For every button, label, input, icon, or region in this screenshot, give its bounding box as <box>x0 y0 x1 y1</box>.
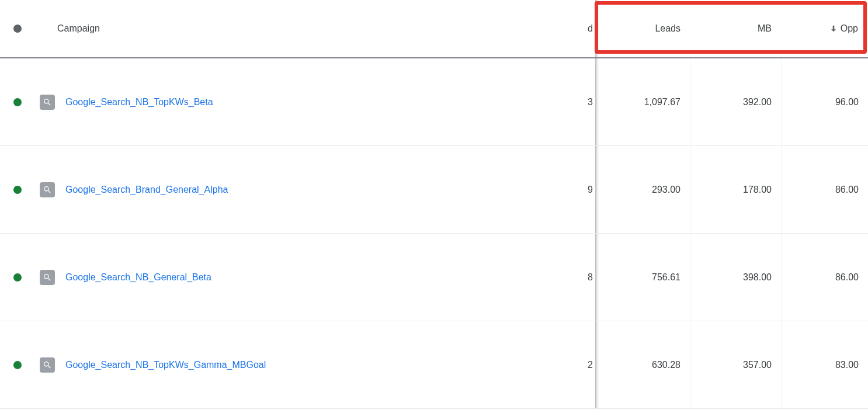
status-enabled-icon <box>13 98 22 106</box>
campaign-type-cell <box>35 270 58 285</box>
campaign-name-cell: Google_Search_NB_TopKWs_Gamma_MBGoal <box>58 360 579 370</box>
campaign-link[interactable]: Google_Search_Brand_General_Alpha <box>65 185 228 195</box>
row-status-cell[interactable] <box>0 98 35 106</box>
column-header-campaign[interactable]: Campaign <box>35 23 579 34</box>
status-filter-icon <box>13 25 22 33</box>
table-header-row: Campaign d Leads MB Opp <box>0 0 868 58</box>
truncated-value-cell: 3 <box>579 58 596 145</box>
column-header-status[interactable] <box>0 25 35 33</box>
leads-cell: 1,097.67 <box>599 58 690 145</box>
mb-cell: 357.00 <box>690 321 782 408</box>
table-row: Google_Search_NB_General_Beta 8 756.61 3… <box>0 234 868 321</box>
column-header-truncated[interactable]: d <box>579 0 596 57</box>
row-status-cell[interactable] <box>0 186 35 194</box>
campaign-name-cell: Google_Search_Brand_General_Alpha <box>58 185 579 195</box>
campaign-type-cell <box>35 95 58 110</box>
truncated-value-cell: 2 <box>579 321 596 408</box>
search-campaign-icon <box>40 270 55 285</box>
status-enabled-icon <box>13 361 22 369</box>
row-status-cell[interactable] <box>0 361 35 369</box>
mb-cell: 392.00 <box>690 58 782 145</box>
opp-cell: 96.00 <box>782 58 868 145</box>
campaign-name-cell: Google_Search_NB_TopKWs_Beta <box>58 97 579 107</box>
column-header-opp[interactable]: Opp <box>782 0 868 57</box>
opp-cell: 83.00 <box>782 321 868 408</box>
column-header-opp-label: Opp <box>841 23 858 34</box>
table-row: Google_Search_NB_TopKWs_Beta 3 1,097.67 … <box>0 58 868 146</box>
sort-descending-icon <box>829 24 838 33</box>
truncated-value-cell: 8 <box>579 234 596 321</box>
campaign-link[interactable]: Google_Search_NB_TopKWs_Gamma_MBGoal <box>65 360 266 370</box>
status-enabled-icon <box>13 273 22 282</box>
status-enabled-icon <box>13 186 22 194</box>
opp-cell: 86.00 <box>782 146 868 233</box>
column-header-mb[interactable]: MB <box>690 0 782 57</box>
campaign-name-cell: Google_Search_NB_General_Beta <box>58 272 579 283</box>
row-status-cell[interactable] <box>0 273 35 282</box>
table-row: Google_Search_Brand_General_Alpha 9 293.… <box>0 146 868 234</box>
leads-cell: 293.00 <box>599 146 690 233</box>
campaign-link[interactable]: Google_Search_NB_TopKWs_Beta <box>65 97 213 107</box>
campaign-type-cell <box>35 182 58 197</box>
search-campaign-icon <box>40 95 55 110</box>
column-header-leads[interactable]: Leads <box>599 0 690 57</box>
mb-cell: 398.00 <box>690 234 782 321</box>
campaign-link[interactable]: Google_Search_NB_General_Beta <box>65 272 211 283</box>
opp-cell: 86.00 <box>782 234 868 321</box>
search-campaign-icon <box>40 357 55 373</box>
leads-cell: 756.61 <box>599 234 690 321</box>
search-campaign-icon <box>40 182 55 197</box>
leads-cell: 630.28 <box>599 321 690 408</box>
campaign-type-cell <box>35 357 58 373</box>
table-row: Google_Search_NB_TopKWs_Gamma_MBGoal 2 6… <box>0 321 868 409</box>
campaign-table: Campaign d Leads MB Opp Google_Search_NB… <box>0 0 868 409</box>
mb-cell: 178.00 <box>690 146 782 233</box>
truncated-value-cell: 9 <box>579 146 596 233</box>
